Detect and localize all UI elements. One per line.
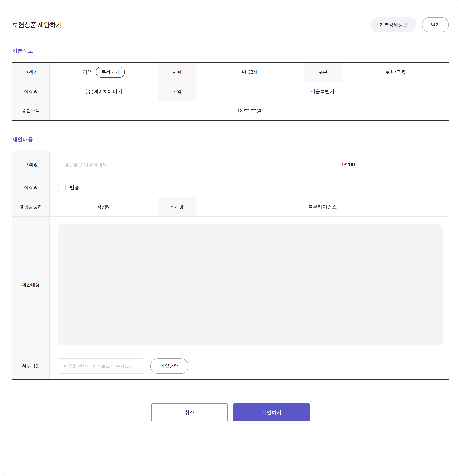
table-row: 영업담당자 김경태 회사명 블루라이언스 <box>12 197 449 217</box>
age-label: 연령 <box>158 62 196 82</box>
submit-proposal-button[interactable]: 제안하기 <box>233 403 310 421</box>
customer-name-label: 고객명 <box>12 62 50 82</box>
attachment-cell: 파일선택 <box>50 353 449 380</box>
total-income-value: 18,***,***원 <box>50 101 449 120</box>
table-row: 고객명 0/200 <box>12 151 449 178</box>
proposal-content-cell <box>50 217 449 353</box>
workplace-value: (주)에이치에너지 <box>50 82 158 101</box>
proposal-content-textarea[interactable] <box>58 224 443 345</box>
sales-manager-value: 김경태 <box>50 197 158 217</box>
table-row: 직장명 발송 <box>12 178 449 197</box>
age-value: 만 33세 <box>196 62 304 82</box>
customer-name-value: 김** <box>83 69 91 76</box>
char-count-max: /200 <box>345 162 355 167</box>
workplace-label: 직장명 <box>12 82 50 101</box>
region-value: 서울특별시 <box>196 82 449 101</box>
customer-name-cell: 김** 독점하기 <box>50 62 158 82</box>
proposal-table: 고객명 0/200 직장명 발송 영업담당자 김경태 회사명 블루라이언스 제안… <box>12 151 449 380</box>
cancel-button[interactable]: 취소 <box>151 403 228 421</box>
proposal-heading: 제안내용 <box>12 136 449 143</box>
proposal-name-label: 고객명 <box>12 151 50 178</box>
modal-header: 보험상품 제안하기 기본상세정보 닫기 <box>12 0 449 32</box>
attachment-label: 첨부파일 <box>12 353 50 380</box>
company-name-label: 회사명 <box>158 197 196 217</box>
category-label: 구분 <box>304 62 342 82</box>
char-count-current: 0 <box>342 162 345 167</box>
basic-info-table: 고객명 김** 독점하기 연령 만 33세 구분 보험/금융 직장명 (주)에이… <box>12 62 449 121</box>
file-select-button[interactable]: 파일선택 <box>150 358 189 374</box>
basic-info-heading: 기본정보 <box>12 47 449 54</box>
table-row: 종합소득 18,***,***원 <box>12 101 449 120</box>
company-name-value: 블루라이언스 <box>196 197 449 217</box>
table-row: 고객명 김** 독점하기 연령 만 33세 구분 보험/금융 <box>12 62 449 82</box>
char-counter: 0/200 <box>342 162 355 167</box>
send-row-label: 직장명 <box>12 178 50 197</box>
page-title: 보험상품 제안하기 <box>12 21 62 29</box>
proposal-name-input[interactable] <box>58 157 334 172</box>
sales-manager-label: 영업담당자 <box>12 197 50 217</box>
proposal-content-label: 제안내용 <box>12 217 50 353</box>
table-row: 첨부파일 파일선택 <box>12 353 449 380</box>
table-row: 제안내용 <box>12 217 449 353</box>
footer-actions: 취소 제안하기 <box>12 403 449 421</box>
category-value: 보험/금융 <box>342 62 449 82</box>
basic-detail-info-button[interactable]: 기본상세정보 <box>371 17 416 32</box>
table-row: 직장명 (주)에이치에너지 지역 서울특별시 <box>12 82 449 101</box>
header-actions: 기본상세정보 닫기 <box>371 17 449 32</box>
send-checkbox[interactable] <box>58 184 66 191</box>
proposal-name-cell: 0/200 <box>50 151 449 178</box>
close-button[interactable]: 닫기 <box>422 17 449 32</box>
send-cell: 발송 <box>50 178 449 197</box>
propose-insurance-modal: 보험상품 제안하기 기본상세정보 닫기 기본정보 고객명 김** 독점하기 연령… <box>0 0 461 476</box>
region-label: 지역 <box>158 82 196 101</box>
total-income-label: 종합소득 <box>12 101 50 120</box>
send-checkbox-label: 발송 <box>70 184 79 191</box>
attachment-filename-input[interactable] <box>58 358 144 374</box>
exclusive-button[interactable]: 독점하기 <box>96 67 125 78</box>
